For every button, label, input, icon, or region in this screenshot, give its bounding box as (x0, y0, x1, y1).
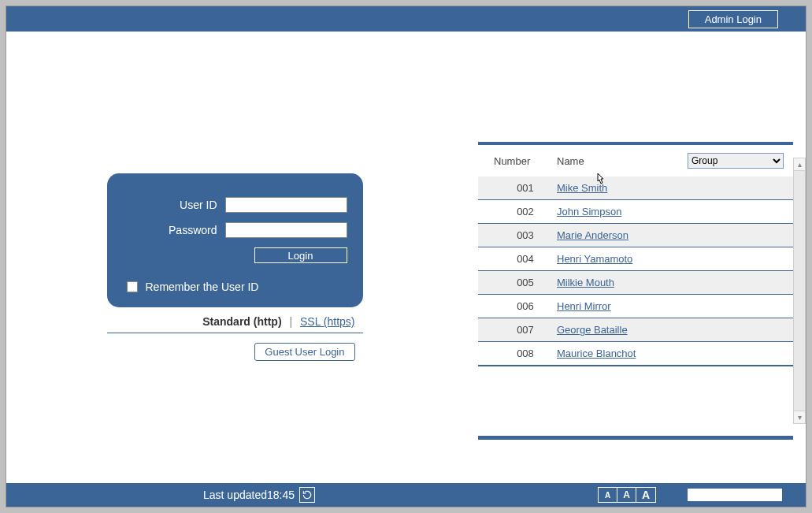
main-area: User ID Password Login Remember the User… (6, 32, 806, 485)
user-id-input[interactable] (225, 197, 347, 213)
last-updated-label: Last updated (203, 489, 267, 501)
cell-number: 008 (494, 348, 557, 359)
font-size-large-button[interactable]: A (636, 488, 655, 502)
group-select[interactable]: Group (688, 153, 784, 169)
user-link[interactable]: Henri Yamamoto (557, 253, 632, 265)
top-bar: Admin Login (6, 6, 806, 32)
user-link[interactable]: George Bataille (557, 324, 628, 336)
admin-login-button[interactable]: Admin Login (688, 10, 778, 28)
password-input[interactable] (225, 222, 347, 238)
user-panel-header: Number Name Group (478, 153, 793, 177)
user-rows: 001Mike Smith002John Simpson003Marie And… (478, 177, 793, 366)
column-header-name: Name (557, 155, 688, 167)
table-row: 001Mike Smith (478, 177, 793, 200)
table-row: 007George Bataille (478, 318, 793, 342)
user-id-label: User ID (180, 199, 217, 211)
table-row: 002John Simpson (478, 200, 793, 224)
cell-number: 007 (494, 324, 557, 336)
cell-number: 002 (494, 206, 557, 217)
footer-left: Last updated18:45 (203, 487, 315, 503)
password-label: Password (169, 224, 217, 236)
cell-name: Henri Mirror (557, 300, 793, 312)
font-size-medium-button[interactable]: A (617, 488, 636, 502)
scroll-down-icon[interactable]: ▾ (794, 411, 805, 423)
user-link[interactable]: Mike Smith (557, 182, 607, 194)
remember-checkbox[interactable] (127, 281, 138, 292)
protocol-row: Standard (http) | SSL (https) (107, 307, 363, 333)
table-row: 006Henri Mirror (478, 295, 793, 318)
table-row: 003Marie Anderson (478, 224, 793, 247)
table-row: 004Henri Yamamoto (478, 247, 793, 271)
cell-name: Mike Smith (557, 182, 793, 194)
panel-top-divider (478, 142, 793, 145)
font-size-group: A A A (598, 487, 656, 503)
cell-number: 005 (494, 277, 557, 288)
refresh-icon (302, 489, 313, 500)
cell-name: John Simpson (557, 206, 793, 217)
guest-user-login-button[interactable]: Guest User Login (254, 343, 354, 361)
user-link[interactable]: John Simpson (557, 206, 621, 217)
cell-name: Maurice Blanchot (557, 348, 793, 359)
protocol-divider: | (289, 315, 292, 328)
column-header-number: Number (494, 155, 557, 167)
scrollbar[interactable]: ▴ ▾ (793, 158, 806, 424)
table-row: 005Milkie Mouth (478, 271, 793, 295)
cell-name: Marie Anderson (557, 229, 793, 241)
font-size-small-button[interactable]: A (599, 488, 617, 502)
left-column: User ID Password Login Remember the User… (6, 32, 463, 485)
remember-label: Remember the User ID (146, 281, 259, 293)
guest-row: Guest User Login (107, 333, 363, 361)
login-box: User ID Password Login Remember the User… (107, 173, 363, 307)
cell-number: 003 (494, 229, 557, 241)
right-column: Number Name Group 001Mike Smith002John S… (463, 32, 806, 485)
scroll-up-icon[interactable]: ▴ (794, 158, 805, 171)
user-link[interactable]: Henri Mirror (557, 300, 611, 312)
last-updated-time: 18:45 (267, 489, 295, 501)
remember-row: Remember the User ID (123, 281, 347, 293)
cell-name: George Bataille (557, 324, 793, 336)
cell-name: Milkie Mouth (557, 277, 793, 288)
brand-box (688, 489, 782, 501)
password-row: Password (123, 222, 347, 238)
footer-bar: Last updated18:45 A A A (6, 483, 806, 507)
user-link[interactable]: Marie Anderson (557, 229, 628, 241)
standard-http-label: Standard (http) (202, 315, 281, 328)
ssl-https-link[interactable]: SSL (https) (300, 315, 355, 328)
app-window: Admin Login User ID Password Login Remem… (6, 6, 806, 507)
cell-number: 006 (494, 300, 557, 312)
cell-number: 001 (494, 182, 557, 194)
user-link[interactable]: Maurice Blanchot (557, 348, 636, 359)
footer-right: A A A (598, 487, 806, 503)
refresh-button[interactable] (299, 487, 315, 503)
table-row: 008Maurice Blanchot (478, 342, 793, 366)
user-id-row: User ID (123, 197, 347, 213)
cell-number: 004 (494, 253, 557, 265)
user-link[interactable]: Milkie Mouth (557, 277, 614, 288)
login-button[interactable]: Login (254, 247, 347, 263)
panel-bottom-divider (478, 436, 793, 440)
user-panel: Number Name Group 001Mike Smith002John S… (478, 142, 793, 440)
cell-name: Henri Yamamoto (557, 253, 793, 265)
